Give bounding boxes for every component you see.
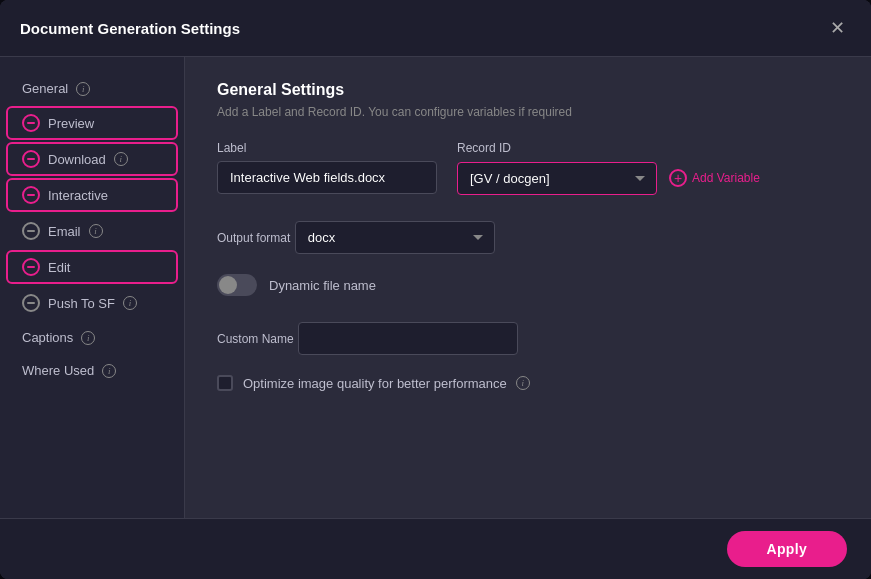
sidebar-item-label: Edit: [48, 260, 70, 275]
modal-header: Document Generation Settings ✕: [0, 0, 871, 57]
modal-overlay: Document Generation Settings ✕ General i…: [0, 0, 871, 579]
download-circle-icon: [22, 150, 40, 168]
email-circle-icon: [22, 222, 40, 240]
sidebar-item-label: Download i: [48, 152, 128, 167]
sidebar-item-label: Captions i: [22, 330, 95, 345]
label-group: Label: [217, 141, 437, 195]
add-variable-button[interactable]: + Add Variable: [669, 161, 760, 195]
sidebar-item-where-used[interactable]: Where Used i: [6, 355, 178, 386]
dynamic-file-name-row: Dynamic file name: [217, 274, 839, 296]
record-id-row: [GV / docgen] [GV / record] Custom + Add…: [457, 161, 760, 195]
sidebar-item-label: Push To SF i: [48, 296, 137, 311]
interactive-circle-icon: [22, 186, 40, 204]
section-subtitle: Add a Label and Record ID. You can confi…: [217, 105, 839, 119]
push-to-sf-info-icon: i: [123, 296, 137, 310]
custom-name-input[interactable]: [298, 322, 518, 355]
record-id-label: Record ID: [457, 141, 760, 155]
edit-circle-icon: [22, 258, 40, 276]
sidebar-item-label: General i: [22, 81, 90, 96]
email-info-icon: i: [89, 224, 103, 238]
modal: Document Generation Settings ✕ General i…: [0, 0, 871, 579]
main-content: General Settings Add a Label and Record …: [185, 57, 871, 518]
record-id-select[interactable]: [GV / docgen] [GV / record] Custom: [457, 162, 657, 195]
sidebar-item-download[interactable]: Download i: [6, 142, 178, 176]
dynamic-file-name-label: Dynamic file name: [269, 278, 376, 293]
add-variable-plus-icon: +: [669, 169, 687, 187]
optimize-image-checkbox[interactable]: [217, 375, 233, 391]
general-info-icon: i: [76, 82, 90, 96]
custom-name-group: Custom Name: [217, 316, 839, 355]
optimize-image-row: Optimize image quality for better perfor…: [217, 375, 839, 391]
modal-title: Document Generation Settings: [20, 20, 240, 37]
output-format-group: Output format docx pdf xlsx: [217, 215, 839, 254]
push-to-sf-circle-icon: [22, 294, 40, 312]
apply-button[interactable]: Apply: [727, 531, 847, 567]
preview-circle-icon: [22, 114, 40, 132]
sidebar-item-label: Email i: [48, 224, 103, 239]
sidebar-item-interactive[interactable]: Interactive: [6, 178, 178, 212]
where-used-info-icon: i: [102, 364, 116, 378]
custom-name-label: Custom Name: [217, 332, 294, 346]
sidebar-item-push-to-sf[interactable]: Push To SF i: [6, 286, 178, 320]
label-field-label: Label: [217, 141, 437, 155]
sidebar-item-general[interactable]: General i: [6, 73, 178, 104]
sidebar-item-label: Preview: [48, 116, 94, 131]
sidebar-item-edit[interactable]: Edit: [6, 250, 178, 284]
add-variable-label: Add Variable: [692, 171, 760, 185]
optimize-image-label: Optimize image quality for better perfor…: [243, 376, 530, 391]
captions-info-icon: i: [81, 331, 95, 345]
sidebar-item-label: Interactive: [48, 188, 108, 203]
section-title: General Settings: [217, 81, 839, 99]
modal-body: General i Preview Download i: [0, 57, 871, 518]
sidebar-item-label: Where Used i: [22, 363, 116, 378]
sidebar-item-preview[interactable]: Preview: [6, 106, 178, 140]
record-id-group-wrapper: Record ID [GV / docgen] [GV / record] Cu…: [457, 141, 760, 195]
dynamic-file-name-toggle[interactable]: [217, 274, 257, 296]
modal-footer: Apply: [0, 518, 871, 579]
sidebar-item-email[interactable]: Email i: [6, 214, 178, 248]
label-record-row: Label Record ID [GV / docgen] [GV / reco…: [217, 141, 839, 195]
label-input[interactable]: [217, 161, 437, 194]
download-info-icon: i: [114, 152, 128, 166]
sidebar-item-captions[interactable]: Captions i: [6, 322, 178, 353]
optimize-info-icon: i: [516, 376, 530, 390]
output-format-label: Output format: [217, 231, 290, 245]
close-button[interactable]: ✕: [823, 14, 851, 42]
sidebar: General i Preview Download i: [0, 57, 185, 518]
output-format-select[interactable]: docx pdf xlsx: [295, 221, 495, 254]
